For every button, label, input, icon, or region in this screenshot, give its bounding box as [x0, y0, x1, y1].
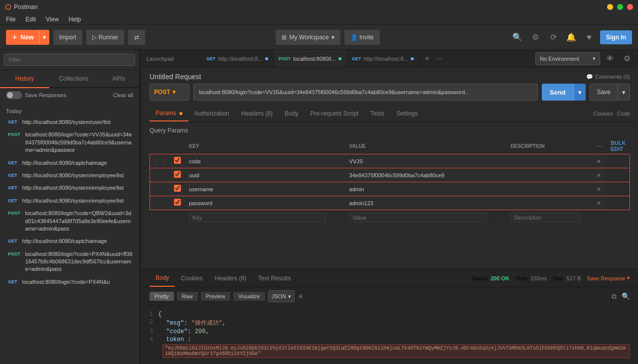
list-item[interactable]: GET http://localhost:8080/captchaimage	[0, 235, 139, 247]
param-value-2[interactable]	[349, 172, 503, 178]
method-select[interactable]: POST ▾	[150, 84, 189, 101]
list-item[interactable]: GET localhost:8080/login?code=PX4N&u	[0, 276, 139, 288]
send-button[interactable]: Send	[542, 84, 574, 101]
env-settings-button[interactable]: ⚙	[620, 52, 634, 66]
list-item[interactable]: POST localhost:8080/login?code=QBW2&uuid…	[0, 207, 139, 235]
settings-icon-btn[interactable]: ⚙	[528, 30, 542, 44]
list-item[interactable]: GET http://localhost:8080/captchaimage	[0, 157, 139, 169]
minimize-button[interactable]: −	[607, 4, 613, 10]
workspace-button[interactable]: ⊞ My Workspace ▾	[276, 30, 340, 45]
copy-response-button[interactable]: ⧉	[612, 292, 617, 301]
new-param-value-input[interactable]	[349, 213, 487, 223]
param-key-1[interactable]	[189, 158, 341, 164]
code-link[interactable]: Code	[617, 111, 630, 117]
cookies-link[interactable]: Cookies	[593, 111, 613, 117]
new-param-desc-input[interactable]	[510, 213, 581, 223]
param-desc-3[interactable]	[510, 186, 589, 192]
format-align-button[interactable]: ≡	[299, 292, 303, 300]
param-checkbox-1[interactable]	[174, 157, 181, 164]
more-options-button[interactable]: ···	[597, 142, 603, 150]
sub-tab-settings[interactable]: Settings	[390, 106, 424, 121]
maximize-button[interactable]: □	[617, 4, 623, 10]
list-item[interactable]: GET http://localhost:8080/system/employe…	[0, 195, 139, 207]
tab-get-2[interactable]: GET http://localhost:8...	[347, 50, 419, 67]
save-response-button[interactable]: Save Response ▾	[587, 275, 630, 281]
new-param-key-input[interactable]	[189, 213, 326, 223]
param-checkbox-3[interactable]	[174, 185, 181, 192]
new-button[interactable]: ＋ New ▾	[6, 30, 49, 45]
clear-all-button[interactable]: Clear all	[113, 92, 133, 98]
menu-file[interactable]: File	[4, 15, 17, 24]
menu-edit[interactable]: Edit	[23, 15, 38, 24]
env-dropdown[interactable]: No Environment ▾	[535, 52, 600, 65]
send-dropdown[interactable]: ▾	[574, 84, 586, 101]
invite-button[interactable]: 👤 Invite	[344, 30, 380, 45]
sub-tab-authorization[interactable]: Authorization	[188, 106, 235, 121]
param-delete-3[interactable]: ×	[597, 185, 601, 193]
filter-input[interactable]	[4, 54, 135, 66]
sub-tab-headers[interactable]: Headers (8)	[235, 106, 279, 121]
import-button[interactable]: Import	[53, 30, 82, 45]
comments-button[interactable]: 💬 Comments (0)	[586, 74, 630, 80]
drag-handle[interactable]: ⋮⋮	[154, 158, 166, 165]
new-dropdown-arrow[interactable]: ▾	[39, 30, 49, 45]
param-key-4[interactable]	[189, 200, 341, 206]
search-response-button[interactable]: 🔍	[622, 292, 630, 301]
param-value-4[interactable]	[349, 200, 503, 206]
param-key-2[interactable]	[189, 172, 341, 178]
list-item[interactable]: POST localhost:8080/login?code=VVJS&uuid…	[0, 128, 139, 156]
bulk-edit-button[interactable]: Bulk Edit	[611, 140, 626, 152]
tab-post-active[interactable]: POST localhost:8080/l...	[274, 50, 347, 67]
list-item[interactable]: GET http://localhost:8080/system/user/li…	[0, 116, 139, 128]
sidebar-tab-apis[interactable]: APIs	[98, 70, 139, 87]
env-visibility-button[interactable]: 👁	[603, 52, 617, 66]
sign-in-button[interactable]: Sign In	[600, 30, 632, 44]
close-button[interactable]: ×	[627, 4, 633, 10]
sub-tab-tests[interactable]: Tests	[364, 106, 390, 121]
json-format-selector[interactable]: JSON ▾	[268, 290, 295, 302]
response-tab-test-results[interactable]: Test Results	[252, 269, 297, 287]
tab-get-1[interactable]: GET http://localhost:8...	[201, 50, 274, 67]
sidebar-tab-history[interactable]: History	[0, 70, 49, 88]
response-tab-headers[interactable]: Headers (8)	[209, 269, 252, 287]
sub-tab-body[interactable]: Body	[279, 106, 304, 121]
sub-tab-params[interactable]: Params	[150, 106, 188, 121]
param-value-1[interactable]	[349, 158, 503, 164]
param-delete-2[interactable]: ×	[597, 171, 601, 179]
param-desc-2[interactable]	[510, 172, 589, 178]
flow-button[interactable]: ⇄	[128, 30, 145, 45]
save-responses-toggle[interactable]	[6, 91, 22, 99]
param-delete-1[interactable]: ×	[597, 157, 601, 165]
list-item[interactable]: GET http://localhost:8080/system/employe…	[0, 182, 139, 194]
format-preview-button[interactable]: Preview	[201, 292, 230, 301]
param-delete-4[interactable]: ×	[597, 199, 601, 207]
heart-icon-btn[interactable]: ♥	[582, 30, 596, 44]
param-checkbox-2[interactable]	[174, 171, 181, 178]
url-input[interactable]	[193, 84, 538, 101]
save-button[interactable]: Save	[590, 84, 618, 101]
param-value-3[interactable]	[349, 186, 503, 192]
menu-help[interactable]: Help	[67, 15, 83, 24]
sub-tab-prerequest[interactable]: Pre-request Script	[304, 106, 364, 121]
search-icon-btn[interactable]: 🔍	[510, 30, 524, 44]
runner-button[interactable]: ▷ Runner	[86, 30, 124, 45]
list-item[interactable]: GET http://localhost:8080/system/employe…	[0, 169, 139, 182]
list-item[interactable]: POST localhost:8080/login?code=PX4N&uuid…	[0, 248, 139, 276]
format-pretty-button[interactable]: Pretty	[150, 292, 174, 301]
menu-view[interactable]: View	[44, 15, 61, 24]
new-button-main[interactable]: ＋ New	[6, 33, 39, 42]
param-desc-4[interactable]	[510, 200, 589, 206]
format-visualize-button[interactable]: Visualize	[233, 292, 265, 301]
format-raw-button[interactable]: Raw	[177, 292, 198, 301]
sidebar-tab-collections[interactable]: Collections	[49, 70, 99, 87]
response-tab-body[interactable]: Body	[150, 269, 175, 287]
sync-icon-btn[interactable]: ⟳	[546, 30, 560, 44]
tab-launchpad[interactable]: Launchpad	[142, 50, 201, 67]
save-dropdown[interactable]: ▾	[618, 84, 630, 101]
response-tab-cookies[interactable]: Cookies	[175, 269, 208, 287]
new-tab-button[interactable]: ＋	[421, 53, 433, 65]
param-key-3[interactable]	[189, 186, 341, 192]
param-checkbox-4[interactable]	[174, 199, 181, 206]
more-tabs-button[interactable]: ···	[433, 53, 445, 65]
param-desc-1[interactable]	[510, 158, 589, 164]
